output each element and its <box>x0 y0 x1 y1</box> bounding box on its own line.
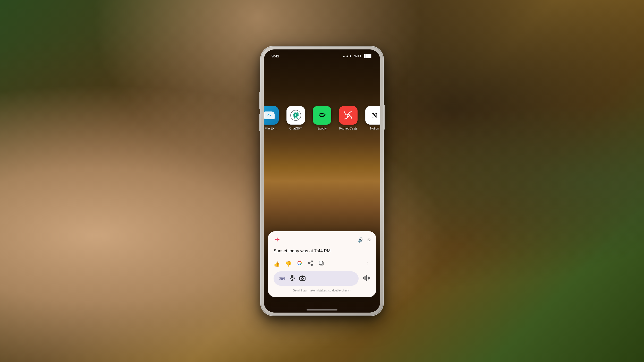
svg-rect-25 <box>368 277 369 280</box>
svg-text:N: N <box>372 111 377 119</box>
svg-line-14 <box>309 263 311 264</box>
app-pocket-casts[interactable]: Pocket Casts <box>339 106 358 130</box>
thumbs-up-icon[interactable]: 👍 <box>274 261 280 267</box>
gemini-feedback-icons: 👍 👎 <box>274 260 324 267</box>
status-time: 9:41 <box>272 54 279 58</box>
google-g-svg <box>297 260 302 266</box>
gemini-top-row: 🔊 ⎋ <box>274 236 370 244</box>
copy-icon[interactable] <box>318 260 324 267</box>
keyboard-icon[interactable]: ⌨ <box>279 276 285 281</box>
cx-file-explorer-icon[interactable]: CX <box>264 106 279 125</box>
waveform-svg <box>363 274 370 282</box>
gemini-response-text: Sunset today was at 7:44 PM. <box>274 248 370 254</box>
battery-icon: ▐██▌ <box>363 54 372 58</box>
svg-rect-26 <box>369 277 370 279</box>
spotify-label: Spotify <box>317 127 327 130</box>
signal-icon: ▲▲▲ <box>342 54 352 58</box>
more-options-icon[interactable]: ⋮ <box>365 261 370 267</box>
home-indicator[interactable] <box>307 309 337 311</box>
phone-device: 9:41 ▲▲▲ WiFi ▐██▌ CX Cx File Expl... <box>260 46 384 316</box>
svg-rect-22 <box>363 277 364 279</box>
gemini-panel: 🔊 ⎋ Sunset today was at 7:44 PM. 👍 👎 <box>268 231 376 297</box>
svg-rect-16 <box>319 261 322 265</box>
microphone-icon[interactable] <box>290 274 295 283</box>
wifi-icon: WiFi <box>354 54 361 58</box>
status-bar: 9:41 ▲▲▲ WiFi ▐██▌ <box>264 49 380 62</box>
cx-icon-text: CX <box>267 114 271 117</box>
svg-point-5 <box>348 115 349 116</box>
mic-svg <box>290 274 295 281</box>
gemini-actions-row: 👍 👎 <box>274 260 370 267</box>
sound-icon[interactable]: 🔊 <box>358 237 363 243</box>
notion-icon[interactable]: N <box>365 106 380 125</box>
gemini-sparkle-icon <box>274 236 281 244</box>
phone-frame: 9:41 ▲▲▲ WiFi ▐██▌ CX Cx File Expl... <box>260 46 384 316</box>
svg-rect-23 <box>365 276 366 280</box>
phone-screen: 9:41 ▲▲▲ WiFi ▐██▌ CX Cx File Expl... <box>264 49 380 313</box>
google-search-icon[interactable] <box>297 260 302 267</box>
gemini-top-actions: 🔊 ⎋ <box>358 237 370 243</box>
svg-point-11 <box>308 263 310 264</box>
svg-point-21 <box>301 278 303 280</box>
pocketcasts-svg <box>343 110 354 121</box>
share-icon[interactable] <box>308 260 313 267</box>
thumbs-down-icon[interactable]: 👎 <box>285 261 292 267</box>
app-spotify[interactable]: Spotify <box>313 106 331 130</box>
notion-label: Notion <box>370 127 379 130</box>
share-svg <box>308 260 313 266</box>
svg-point-10 <box>311 261 313 262</box>
app-notion[interactable]: N Notion <box>365 106 380 130</box>
svg-rect-17 <box>291 275 293 278</box>
volume-down-button[interactable] <box>259 114 260 131</box>
status-icons: ▲▲▲ WiFi ▐██▌ <box>342 54 372 58</box>
pocketcasts-label: Pocket Casts <box>339 127 358 130</box>
svg-point-2 <box>316 110 328 121</box>
camera-svg <box>299 275 306 281</box>
external-link-icon[interactable]: ⎋ <box>368 237 370 243</box>
spotify-svg <box>316 110 328 121</box>
notion-svg: N <box>369 110 380 121</box>
app-icons-row: CX Cx File Expl... ✦ <box>264 106 380 130</box>
app-cx-file-explorer[interactable]: CX Cx File Expl... <box>264 106 279 130</box>
svg-point-12 <box>311 264 313 266</box>
gemini-disclaimer: Gemini can make mistakes, so double-chec… <box>274 289 370 292</box>
gemini-input-row: ⌨ <box>274 271 370 286</box>
svg-rect-9 <box>300 263 302 264</box>
power-button[interactable] <box>384 105 385 130</box>
svg-text:✦: ✦ <box>294 113 297 117</box>
app-chatgpt[interactable]: ✦ ChatGPT <box>286 106 305 130</box>
svg-rect-24 <box>366 275 367 281</box>
chatgpt-label: ChatGPT <box>289 127 302 130</box>
cx-file-explorer-label: Cx File Expl... <box>264 127 279 130</box>
chatgpt-svg: ✦ <box>290 110 301 121</box>
volume-up-button[interactable] <box>259 92 260 109</box>
chatgpt-icon[interactable]: ✦ <box>286 106 305 125</box>
waveform-icon[interactable] <box>363 274 370 283</box>
gemini-input-pill[interactable]: ⌨ <box>274 271 359 286</box>
camera-icon[interactable] <box>299 275 306 282</box>
copy-svg <box>318 260 324 266</box>
svg-line-13 <box>309 262 311 263</box>
spotify-icon[interactable] <box>313 106 331 125</box>
pocketcasts-icon[interactable] <box>339 106 358 125</box>
